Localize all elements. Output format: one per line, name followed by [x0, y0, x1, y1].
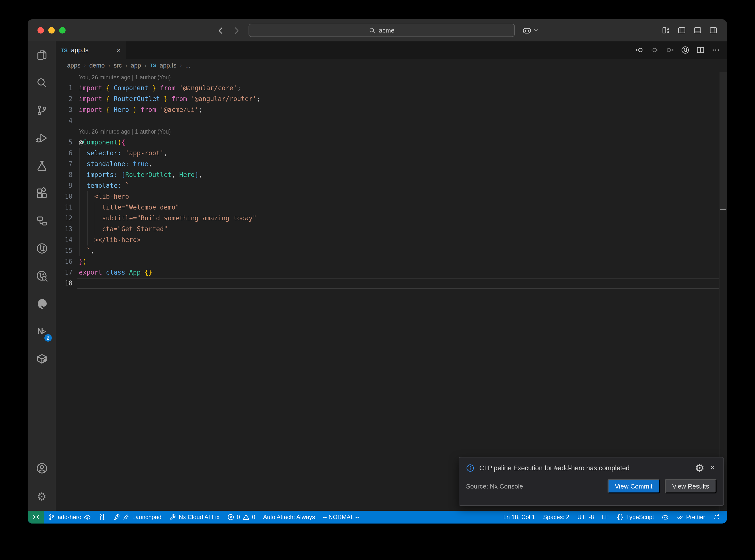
- breadcrumb-item[interactable]: demo: [89, 62, 105, 69]
- code-line[interactable]: 16}): [56, 256, 727, 267]
- code-line[interactable]: 11 title="Welcmoe demo": [56, 202, 727, 213]
- status-compare-changes[interactable]: [95, 511, 110, 523]
- sidebar-item-edge-tools[interactable]: [27, 290, 56, 318]
- code-editor[interactable]: You, 26 minutes ago | 1 author (You)1imp…: [56, 72, 727, 511]
- commit-graph-button[interactable]: [681, 46, 690, 54]
- line-content: import { RouterOutlet } from '@angular/r…: [79, 94, 260, 104]
- code-line[interactable]: 13 cta="Get Started": [56, 224, 727, 235]
- sidebar-item-extensions[interactable]: [27, 179, 56, 207]
- breadcrumb-item[interactable]: apps: [67, 62, 80, 69]
- line-number: 7: [56, 159, 79, 169]
- zoom-window-button[interactable]: [59, 27, 65, 34]
- code-line[interactable]: 9 template: `: [56, 180, 727, 191]
- status-cursor-position[interactable]: Ln 18, Col 1: [499, 511, 539, 523]
- status-auto-attach[interactable]: Auto Attach: Always: [259, 511, 319, 523]
- git-branch-icon: [48, 514, 55, 521]
- sidebar-item-explorer[interactable]: [27, 41, 56, 69]
- search-value: acme: [379, 27, 395, 34]
- sidebar-item-nx-console[interactable]: N>2: [27, 318, 56, 345]
- split-editor-button[interactable]: [696, 46, 705, 54]
- status-indentation[interactable]: Spaces: 2: [539, 511, 573, 523]
- tab-app-ts[interactable]: TS app.ts ×: [56, 41, 126, 59]
- more-actions-button[interactable]: [712, 46, 720, 54]
- open-next-change-button[interactable]: [666, 46, 674, 54]
- sidebar-item-source-control[interactable]: [27, 97, 56, 124]
- warning-icon: [243, 514, 250, 521]
- toggle-primary-sidebar-button[interactable]: [678, 26, 686, 35]
- open-change-button[interactable]: [651, 46, 659, 54]
- code-line[interactable]: 7 standalone: true,: [56, 159, 727, 169]
- toggle-secondary-sidebar-button[interactable]: [709, 26, 717, 35]
- line-content: `,: [79, 245, 95, 256]
- code-line[interactable]: 17export class App {}: [56, 267, 727, 278]
- code-line[interactable]: 14 ></lib-hero>: [56, 235, 727, 245]
- code-line[interactable]: 8 imports: [RouterOutlet, Hero],: [56, 169, 727, 180]
- code-line[interactable]: 10 <lib-hero: [56, 191, 727, 202]
- status-text: -- NORMAL --: [323, 514, 359, 521]
- sidebar-item-references[interactable]: [27, 207, 56, 235]
- code-line[interactable]: 3import { Hero } from '@acme/ui';: [56, 104, 727, 115]
- notification-settings-icon[interactable]: ⚙: [696, 464, 704, 472]
- view-results-button[interactable]: View Results: [665, 479, 717, 494]
- line-number: 12: [56, 213, 79, 224]
- line-number: 1: [56, 83, 79, 94]
- line-content: @Component({: [79, 137, 125, 148]
- sidebar-item-gitlens-inspect[interactable]: [27, 262, 56, 290]
- notification-close-icon[interactable]: ×: [709, 464, 717, 472]
- scrollbar-slider[interactable]: [720, 72, 727, 209]
- sidebar-item-testing[interactable]: [27, 152, 56, 179]
- open-previous-change-button[interactable]: [635, 46, 643, 54]
- remote-indicator[interactable]: [27, 511, 44, 523]
- close-tab-icon[interactable]: ×: [116, 46, 121, 54]
- sidebar-item-run-and-debug[interactable]: [27, 124, 56, 152]
- status-copilot-status[interactable]: [658, 511, 673, 523]
- toggle-panel-button[interactable]: [693, 26, 702, 35]
- status-problems[interactable]: 00: [223, 511, 259, 523]
- gitlens-inspect-icon: [36, 270, 47, 282]
- status-git-branch[interactable]: add-hero: [44, 511, 95, 523]
- breadcrumb-separator: ›: [84, 62, 86, 69]
- badge: 2: [44, 334, 52, 342]
- line-content: import { Component } from '@angular/core…: [79, 83, 241, 94]
- minimize-window-button[interactable]: [48, 27, 55, 34]
- editor-scrollbar[interactable]: [719, 72, 727, 511]
- copilot-menu[interactable]: [522, 26, 538, 35]
- code-line[interactable]: 1import { Component } from '@angular/cor…: [56, 83, 727, 94]
- code-line[interactable]: 5@Component({: [56, 137, 727, 148]
- sidebar-item-search[interactable]: [27, 69, 56, 97]
- status-text: add-hero: [58, 514, 81, 521]
- code-line[interactable]: 15 `,: [56, 245, 727, 256]
- customize-layout-button[interactable]: [662, 26, 670, 35]
- line-number: [56, 72, 79, 83]
- breadcrumb-more[interactable]: ...: [185, 62, 191, 69]
- status-text: Launchpad: [132, 514, 161, 521]
- blame-row: You, 26 minutes ago | 1 author (You): [56, 72, 727, 83]
- status-encoding[interactable]: UTF-8: [573, 511, 598, 523]
- status-notifications-bell[interactable]: [709, 511, 724, 523]
- status-nx-cloud-ai-fix[interactable]: Nx Cloud AI Fix: [165, 511, 223, 523]
- sidebar-item-accounts[interactable]: [27, 456, 56, 483]
- navigate-forward-icon[interactable]: [232, 26, 241, 35]
- command-center-search[interactable]: acme: [249, 24, 515, 37]
- status-eol[interactable]: LF: [598, 511, 613, 523]
- code-line[interactable]: 6 selector: 'app-root',: [56, 148, 727, 159]
- sidebar-item-settings[interactable]: ⚙: [27, 483, 56, 511]
- breadcrumb-item[interactable]: app: [131, 62, 141, 69]
- code-line[interactable]: 2import { RouterOutlet } from '@angular/…: [56, 94, 727, 104]
- status-launchpad[interactable]: Launchpad: [110, 511, 165, 523]
- sidebar-item-containers[interactable]: [27, 345, 56, 373]
- navigate-back-icon[interactable]: [216, 26, 225, 35]
- breadcrumb-file[interactable]: app.ts: [160, 62, 176, 69]
- sidebar-item-gitlens[interactable]: [27, 235, 56, 262]
- status-prettier[interactable]: Prettier: [673, 511, 709, 523]
- view-commit-button[interactable]: View Commit: [608, 479, 660, 494]
- titlebar: acme: [27, 19, 727, 41]
- code-line[interactable]: 4: [56, 115, 727, 126]
- breadcrumb-item[interactable]: src: [114, 62, 122, 69]
- code-line[interactable]: 12 subtitle="Build something amazing tod…: [56, 213, 727, 224]
- status-language-mode[interactable]: {}TypeScript: [613, 511, 658, 523]
- edge-icon: [36, 298, 47, 309]
- status-vim-mode[interactable]: -- NORMAL --: [319, 511, 363, 523]
- breadcrumb-separator: ›: [108, 62, 110, 69]
- close-window-button[interactable]: [38, 27, 44, 34]
